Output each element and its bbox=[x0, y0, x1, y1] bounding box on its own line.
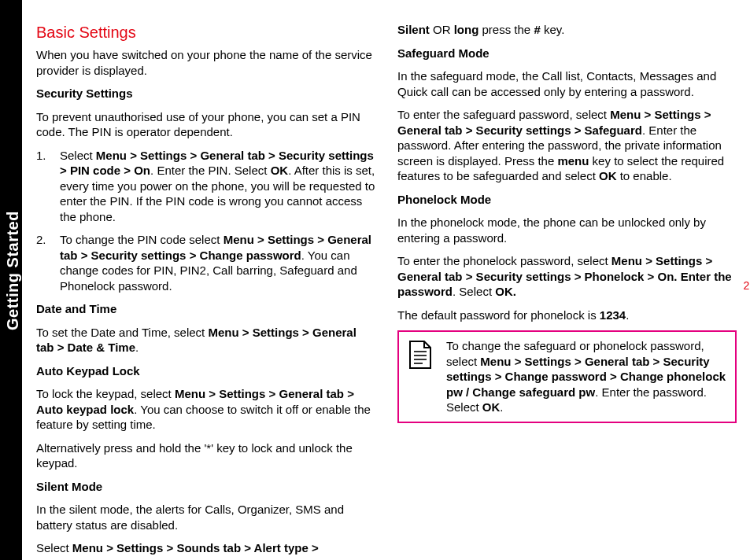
safeguard-body: In the safeguard mode, the Call list, Co… bbox=[397, 68, 737, 99]
step-1: 1. Select Menu > Settings > General tab … bbox=[36, 148, 375, 225]
akl-alt: Alternatively press and hold the '*' key… bbox=[36, 440, 375, 471]
security-intro: To prevent unauthorised use of your phon… bbox=[36, 109, 375, 140]
subhead-auto-keypad-lock: Auto Keypad Lock bbox=[36, 363, 375, 379]
phonelock-default: The default password for phonelock is 12… bbox=[397, 308, 737, 323]
note-box: To change the safeguard or phonelock pas… bbox=[397, 330, 737, 423]
page-number: 21 bbox=[743, 278, 750, 293]
subhead-safeguard: Safeguard Mode bbox=[397, 46, 737, 61]
step-number: 2. bbox=[36, 232, 60, 293]
security-steps: 1. Select Menu > Settings > General tab … bbox=[36, 148, 375, 294]
akl-body: To lock the keypad, select Menu > Settin… bbox=[36, 386, 375, 433]
step-text: Select Menu > Settings > General tab > S… bbox=[60, 148, 375, 225]
step-number: 1. bbox=[36, 148, 60, 225]
subhead-phonelock: Phonelock Mode bbox=[397, 192, 737, 208]
heading-basic-settings: Basic Settings bbox=[36, 22, 375, 42]
note-icon bbox=[407, 338, 446, 370]
note-text: To change the safeguard or phonelock pas… bbox=[446, 338, 727, 415]
phonelock-steps: To enter the phonelock password, select … bbox=[397, 253, 737, 300]
silent-body: In the silent mode, the alerts for Calls… bbox=[36, 502, 375, 532]
step-text: To change the PIN code select Menu > Set… bbox=[60, 232, 375, 293]
subhead-silent-mode: Silent Mode bbox=[36, 479, 375, 495]
column-left: Basic Settings When you have switched on… bbox=[36, 22, 375, 560]
side-label: Getting Started bbox=[2, 211, 23, 330]
silent-continued: Silent OR long press the # key. bbox=[397, 22, 737, 38]
column-right: Silent OR long press the # key. Safeguar… bbox=[397, 22, 737, 560]
subhead-date-time: Date and Time bbox=[36, 301, 375, 317]
step-2: 2. To change the PIN code select Menu > … bbox=[36, 232, 375, 293]
intro-text: When you have switched on your phone the… bbox=[36, 47, 375, 78]
phonelock-body: In the phonelock mode, the phone can be … bbox=[397, 215, 737, 245]
page-content: Basic Settings When you have switched on… bbox=[36, 22, 737, 560]
safeguard-steps: To enter the safeguard password, select … bbox=[397, 107, 737, 184]
subhead-security: Security Settings bbox=[36, 86, 375, 101]
silent-select: Select Menu > Settings > Sounds tab > Al… bbox=[36, 540, 375, 556]
date-time-body: To set the Date and Time, select Menu > … bbox=[36, 325, 375, 356]
